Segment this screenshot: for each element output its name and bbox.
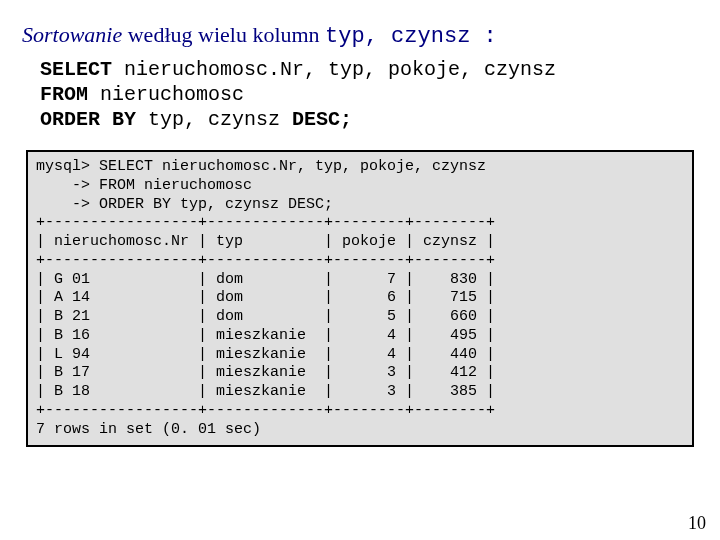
title-keyword: Sortowanie bbox=[22, 22, 122, 47]
page-number: 10 bbox=[688, 513, 706, 534]
slide-page: Sortowanie według wielu kolumn typ, czyn… bbox=[0, 0, 720, 457]
title-columns: typ, czynsz : bbox=[325, 24, 497, 49]
sql-from-table: nieruchomosc bbox=[88, 83, 244, 106]
terminal-separator: +-----------------+-------------+-------… bbox=[36, 252, 495, 269]
sql-keyword-desc: DESC; bbox=[292, 108, 352, 131]
terminal-separator: +-----------------+-------------+-------… bbox=[36, 214, 495, 231]
terminal-prompt-1: mysql> SELECT nieruchomosc.Nr, typ, poko… bbox=[36, 158, 486, 175]
title-rest: według wielu kolumn bbox=[122, 22, 325, 47]
sql-line-2: FROM nieruchomosc bbox=[40, 82, 698, 107]
terminal-footer: 7 rows in set (0. 01 sec) bbox=[36, 421, 261, 438]
slide-title: Sortowanie według wielu kolumn typ, czyn… bbox=[22, 22, 698, 49]
table-row: | L 94 | mieszkanie | 4 | 440 | bbox=[36, 346, 495, 363]
table-row: | B 16 | mieszkanie | 4 | 495 | bbox=[36, 327, 495, 344]
sql-line-1: SELECT nieruchomosc.Nr, typ, pokoje, czy… bbox=[40, 57, 698, 82]
table-row: | B 18 | mieszkanie | 3 | 385 | bbox=[36, 383, 495, 400]
sql-order-cols: typ, czynsz bbox=[136, 108, 292, 131]
terminal-prompt-3: -> ORDER BY typ, czynsz DESC; bbox=[36, 196, 333, 213]
sql-query-block: SELECT nieruchomosc.Nr, typ, pokoje, czy… bbox=[40, 57, 698, 132]
terminal-prompt-2: -> FROM nieruchomosc bbox=[36, 177, 252, 194]
table-row: | B 21 | dom | 5 | 660 | bbox=[36, 308, 495, 325]
table-row: | A 14 | dom | 6 | 715 | bbox=[36, 289, 495, 306]
table-row: | G 01 | dom | 7 | 830 | bbox=[36, 271, 495, 288]
sql-select-cols: nieruchomosc.Nr, typ, pokoje, czynsz bbox=[112, 58, 556, 81]
mysql-terminal-output: mysql> SELECT nieruchomosc.Nr, typ, poko… bbox=[26, 150, 694, 447]
terminal-header-row: | nieruchomosc.Nr | typ | pokoje | czyns… bbox=[36, 233, 495, 250]
sql-keyword-orderby: ORDER BY bbox=[40, 108, 136, 131]
sql-line-3: ORDER BY typ, czynsz DESC; bbox=[40, 107, 698, 132]
terminal-separator: +-----------------+-------------+-------… bbox=[36, 402, 495, 419]
sql-keyword-select: SELECT bbox=[40, 58, 112, 81]
sql-keyword-from: FROM bbox=[40, 83, 88, 106]
table-row: | B 17 | mieszkanie | 3 | 412 | bbox=[36, 364, 495, 381]
